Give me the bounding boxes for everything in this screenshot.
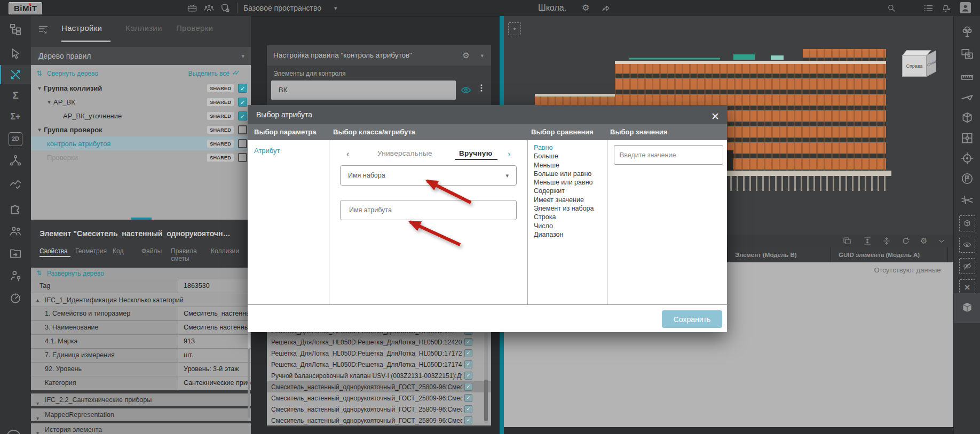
panel-menu-icon[interactable] bbox=[37, 23, 49, 35]
property-row[interactable]: Tag 1863530 bbox=[31, 279, 251, 293]
target-locate-icon[interactable] bbox=[960, 151, 974, 165]
collapse-vertical-icon[interactable] bbox=[882, 236, 891, 246]
panel-resize-handle[interactable] bbox=[131, 218, 152, 220]
chevron-down-icon[interactable] bbox=[937, 237, 946, 245]
chevron-down-icon[interactable]: ▾ bbox=[241, 47, 244, 65]
property-group-header[interactable]: ▴ IFC_1_Идентификация Несколько категори… bbox=[31, 293, 251, 307]
tab-code[interactable]: Код bbox=[113, 247, 123, 255]
scrollbar-thumb[interactable] bbox=[484, 380, 488, 421]
tab-collisions[interactable]: Коллизии bbox=[211, 247, 251, 255]
dashed-cube-tool[interactable] bbox=[959, 215, 975, 231]
project-settings-gear-icon[interactable]: ⚙ bbox=[582, 0, 589, 16]
report-check-icon[interactable] bbox=[9, 176, 22, 190]
set-name-select[interactable]: Имя набора ▾ bbox=[340, 165, 517, 186]
property-row[interactable]: 7. Единица измерения шт. bbox=[31, 349, 251, 363]
list-menu-icon[interactable] bbox=[923, 3, 934, 13]
caret-down-icon[interactable]: ▾ bbox=[35, 85, 44, 92]
checkbox-checked[interactable]: ✓ bbox=[238, 98, 247, 107]
rules-tree-header[interactable]: Дерево правил ▾ bbox=[31, 47, 251, 65]
tree-item-collision-group[interactable]: ▾ Группа коллизий SHARED ✓ bbox=[31, 81, 251, 95]
comparison-option[interactable]: Имеет значение bbox=[534, 196, 603, 204]
tab-files[interactable]: Файлы bbox=[141, 247, 162, 255]
checkbox-checked[interactable]: ✓ bbox=[464, 372, 472, 380]
dashed-hide-tool[interactable] bbox=[959, 258, 975, 274]
list-item[interactable]: Решетка_ДляЛотка_HL050D:Решетка_ДляЛотка… bbox=[267, 359, 491, 370]
attr-name-field[interactable] bbox=[340, 200, 517, 220]
select-all-link[interactable]: Выделить всё bbox=[188, 70, 230, 77]
sum-rules-icon[interactable]: Σ bbox=[9, 89, 22, 102]
comparison-option[interactable]: Число bbox=[534, 222, 603, 230]
structure-graph-icon[interactable] bbox=[9, 154, 22, 167]
plugin-puzzle-icon[interactable] bbox=[9, 202, 22, 215]
property-row[interactable]: 1. Семейство и типоразмер Смеситель_наст… bbox=[31, 307, 251, 321]
comparison-option[interactable]: Строка bbox=[534, 213, 603, 221]
checkbox-checked[interactable]: ✓ bbox=[238, 111, 247, 120]
copy-icon[interactable] bbox=[842, 236, 852, 246]
tab-next-arrow[interactable]: › bbox=[508, 149, 511, 159]
environment-tree-icon[interactable] bbox=[960, 25, 974, 38]
chevron-down-icon[interactable]: ▾ bbox=[334, 0, 337, 16]
clash-tool-active-bg[interactable] bbox=[0, 65, 31, 84]
rules-tree-icon[interactable] bbox=[9, 22, 22, 36]
user-location-icon[interactable] bbox=[9, 269, 22, 283]
projects-icon[interactable] bbox=[187, 3, 197, 13]
chevron-down-icon[interactable]: ▾ bbox=[505, 166, 509, 185]
ruler-measure-icon[interactable] bbox=[960, 70, 974, 84]
help-button[interactable]: ? bbox=[6, 430, 21, 434]
collapsed-group-row[interactable]: ▾ IFC_2.2_Сантехнические приборы bbox=[31, 393, 251, 406]
select-cursor-icon[interactable] bbox=[9, 47, 22, 61]
settings-gear-icon[interactable]: ⚙ bbox=[920, 235, 927, 247]
solid-cube-icon[interactable] bbox=[960, 301, 974, 315]
scrollbar[interactable] bbox=[484, 333, 488, 423]
save-button[interactable]: Сохранить bbox=[662, 310, 722, 328]
tree-item-check-group[interactable]: ▾ Группа проверок SHARED bbox=[31, 123, 251, 136]
dashed-show-tool[interactable] bbox=[959, 237, 975, 253]
notifications-sync-icon[interactable] bbox=[941, 3, 951, 13]
tree-item-attr-control-selected[interactable]: контроль атрибутов SHARED bbox=[31, 136, 251, 150]
tree-item-ar-vk-clarify[interactable]: АР_ВК_уточнение SHARED ✓ bbox=[31, 109, 251, 123]
caret-down-icon[interactable]: ▾ bbox=[36, 427, 39, 434]
tab-checks[interactable]: Проверки bbox=[176, 23, 213, 33]
close-icon[interactable]: ✕ bbox=[711, 107, 720, 126]
checkbox-checked[interactable]: ✓ bbox=[464, 416, 472, 424]
visibility-eye-icon[interactable] bbox=[460, 84, 472, 96]
list-item[interactable]: Ручной балансировочный клапан USV-I (003… bbox=[267, 370, 491, 381]
caret-down-icon[interactable]: ▾ bbox=[45, 99, 53, 106]
tab-collisions[interactable]: Коллизии bbox=[125, 23, 162, 33]
checkbox-checked[interactable]: ✓ bbox=[464, 338, 472, 346]
checkbox-unchecked[interactable] bbox=[238, 125, 247, 134]
checkbox-checked[interactable]: ✓ bbox=[464, 349, 472, 357]
column-model-b[interactable]: Элемент (Модель B) bbox=[727, 247, 831, 262]
checkbox-unchecked[interactable] bbox=[238, 139, 247, 148]
tab-estimate-rules[interactable]: Правила сметы bbox=[171, 247, 197, 262]
focus-frame-icon[interactable] bbox=[508, 22, 521, 35]
tab-prev-arrow[interactable]: ‹ bbox=[346, 149, 350, 159]
property-row[interactable]: 92. Уровень Уровень: 3-й этаж bbox=[31, 363, 251, 376]
comparison-option[interactable]: Больше bbox=[534, 152, 603, 160]
users-icon[interactable] bbox=[9, 224, 22, 238]
caret-up-icon[interactable]: ▴ bbox=[36, 293, 39, 307]
sum-plus-rules-icon[interactable]: Σ+ bbox=[9, 110, 22, 124]
comparison-option[interactable]: Меньше bbox=[534, 161, 603, 170]
caret-down-icon[interactable]: ▾ bbox=[35, 126, 44, 133]
rule-gear-icon[interactable]: ⚙ bbox=[463, 45, 470, 66]
list-item[interactable]: Решетка_ДляЛотка_HL050D:Решетка_ДляЛотка… bbox=[267, 336, 491, 348]
list-item[interactable]: Смеситель_настенный_однорукояточный_ГОСТ… bbox=[267, 392, 491, 404]
checkbox-checked[interactable]: ✓ bbox=[238, 84, 247, 93]
gauge-icon[interactable] bbox=[9, 291, 22, 305]
collapsed-group-row[interactable]: ▾ MappedRepresentation bbox=[31, 408, 251, 421]
collapse-tree-link[interactable]: Свернуть дерево bbox=[47, 70, 98, 77]
list-item[interactable]: Смеситель_настенный_однорукояточный_ГОСТ… bbox=[267, 404, 491, 415]
comparison-option[interactable]: Меньше или равно bbox=[534, 178, 603, 187]
floorplan-icon[interactable] bbox=[960, 131, 974, 145]
comparison-option[interactable]: Больше или равно bbox=[534, 170, 603, 178]
list-item[interactable]: Смеситель_настенный_однорукояточный_ГОСТ… bbox=[267, 415, 491, 425]
checkbox-unchecked[interactable] bbox=[238, 153, 247, 162]
security-sync-icon[interactable] bbox=[220, 3, 231, 13]
section-box-icon[interactable] bbox=[960, 111, 974, 125]
clip-plane-icon[interactable] bbox=[960, 91, 974, 105]
list-item[interactable]: Решетка_ДляЛотка_HL050D:Решетка_ДляЛотка… bbox=[267, 348, 491, 359]
tab-manual[interactable]: Вручную bbox=[459, 149, 492, 157]
refresh-icon[interactable] bbox=[901, 236, 911, 246]
expand-vertical-icon[interactable] bbox=[863, 236, 872, 246]
